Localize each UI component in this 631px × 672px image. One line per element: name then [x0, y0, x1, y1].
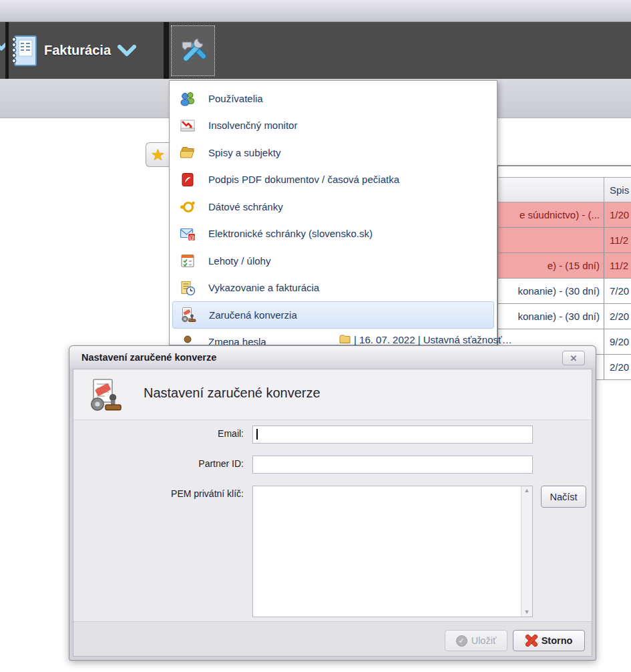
users-icon: [179, 90, 196, 107]
close-icon: ✕: [570, 353, 578, 363]
star-icon: ★: [151, 147, 166, 163]
cancel-button-label: Storno: [542, 635, 573, 646]
menu-item-vykazovanie-fakturacia[interactable]: Vykazovanie a fakturácia: [170, 275, 497, 302]
person-icon: [179, 333, 196, 345]
dialog-heading: Nastavení zaručené konverze: [144, 385, 321, 401]
invoice-clock-icon: [179, 279, 196, 297]
table-row[interactable]: konanie) - (30 dní) 2/20: [497, 304, 631, 329]
background-row-fragment-text: | 16. 07. 2022 | Ustavná sťažnosť…: [354, 334, 512, 345]
pem-key-label: PEM privátní klíč:: [73, 488, 244, 499]
text-caret: [256, 429, 258, 440]
table-top-gap: [497, 166, 631, 177]
folder-open-icon: [179, 144, 196, 161]
envelope-at-icon: @: [179, 225, 196, 242]
load-pem-button[interactable]: Načíst: [541, 486, 586, 508]
save-button[interactable]: ✓ Uložiť: [445, 630, 507, 651]
menu-item-pouzivatelia[interactable]: Používatelia: [170, 85, 497, 112]
close-button[interactable]: ✕: [562, 351, 585, 365]
table-row[interactable]: konanie) - (30 dní) 7/20: [497, 279, 631, 304]
toolbar-separator: [5, 22, 9, 79]
conversion-stamp-icon: [180, 306, 197, 323]
calendar-check-icon: [179, 252, 196, 269]
background-row-fragment: | 16. 07. 2022 | Ustavná sťažnosť…: [339, 334, 600, 345]
email-label: Email:: [73, 428, 244, 439]
table-row[interactable]: e) - (15 dní) 11/2: [497, 253, 631, 279]
check-circle-icon: ✓: [456, 635, 467, 647]
dialog-titlebar[interactable]: Nastavení zaručené konverze: [69, 346, 596, 369]
chevron-down-icon: [118, 45, 136, 57]
post-horn-icon: [179, 198, 196, 215]
partner-id-label: Partner ID:: [73, 458, 244, 469]
menu-item-zarucena-konverzia[interactable]: Zaručená konverzia: [172, 301, 494, 329]
table-row[interactable]: e súudnictvo) - (... 1/20: [497, 202, 631, 228]
table-header-spis: Spis: [604, 178, 631, 202]
tools-dropdown-menu: Používatelia Insolvenčný monitor Spisy a…: [169, 80, 497, 345]
tools-icon: [180, 37, 206, 65]
menu-item-elektronicke-schranky[interactable]: @ Elektronické schránky (slovensko.sk): [170, 220, 497, 248]
table-row[interactable]: 11/2: [497, 228, 631, 253]
save-button-label: Uložiť: [471, 635, 497, 646]
dialog-header-band: Nastavení zaručené konverze: [73, 369, 592, 420]
table-header-empty: [498, 178, 604, 202]
window-top-strip: [0, 0, 631, 22]
fakturacia-label: Fakturácia: [44, 43, 111, 58]
menu-item-podpis-pdf[interactable]: Podpis PDF dokumentov / časová pečiatka: [170, 166, 497, 194]
dialog-content: Nastavení zaručené konverze Email: Partn…: [73, 369, 592, 657]
fakturacia-button[interactable]: Fakturácia: [9, 24, 163, 77]
conversion-settings-dialog: Nastavení zaručené konverze ✕ Nastavení …: [69, 345, 596, 661]
favorites-star-button[interactable]: ★: [146, 142, 170, 167]
folder-icon: [339, 335, 351, 345]
menu-item-spisy-a-subjekty[interactable]: Spisy a subjekty: [170, 139, 497, 166]
scroll-up-icon[interactable]: ▲: [524, 488, 530, 494]
toolbar-separator: [164, 22, 169, 79]
conversion-stamp-icon: [88, 377, 123, 412]
table-header-row: Spis: [497, 177, 631, 202]
tools-button[interactable]: [171, 25, 215, 76]
dialog-footer: ✓ Uložiť Storno: [73, 621, 592, 656]
menu-item-insolvencny-monitor[interactable]: Insolvenčný monitor: [170, 112, 497, 140]
chart-down-icon: [179, 117, 196, 134]
scrollbar[interactable]: ▲ ▼: [521, 486, 532, 617]
email-field[interactable]: [252, 426, 533, 444]
menu-item-lehoty-ulohy[interactable]: Lehoty / úlohy: [170, 247, 497, 275]
menu-item-datove-schranky[interactable]: Dátové schránky: [170, 193, 497, 220]
partner-id-field[interactable]: [252, 456, 533, 474]
main-toolbar: Fakturácia: [0, 22, 631, 79]
scroll-down-icon[interactable]: ▼: [524, 609, 530, 615]
cancel-button[interactable]: Storno: [513, 630, 585, 651]
pdf-icon: [179, 171, 196, 188]
dialog-title: Nastavení zaručené konverze: [81, 352, 216, 363]
svg-text:@: @: [188, 234, 194, 240]
pem-key-textarea[interactable]: ▲ ▼: [252, 486, 533, 617]
notebook-icon: [9, 34, 37, 67]
red-x-icon: [525, 635, 538, 647]
